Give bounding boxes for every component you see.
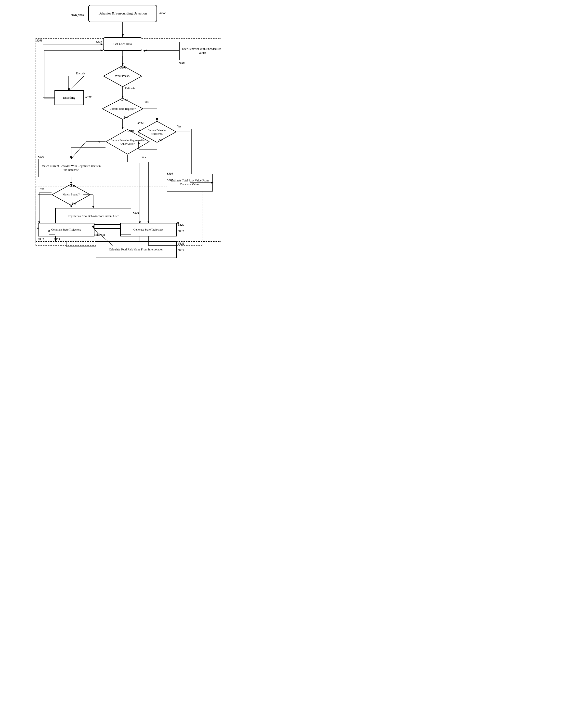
svg-marker-58 [122, 35, 124, 37]
label-s328: S328 [38, 155, 44, 159]
label-s330: S330 [69, 184, 75, 188]
label-s208: S208 [36, 39, 42, 43]
label-s210b: S210 [178, 230, 184, 233]
yes-label-1: Yes [144, 100, 148, 104]
get-user-data-box: Get User Data [103, 37, 142, 51]
label-s310: S310 [85, 95, 91, 99]
label-estimate: Estimate [125, 86, 136, 90]
label-s324: S324 [133, 211, 139, 215]
label-s212b: S212 [178, 248, 184, 252]
estimate-risk-box: Estimate Total Risk Value From Database … [167, 174, 213, 191]
yes-label-2: Yes [177, 125, 181, 128]
label-s320: S320 [178, 223, 184, 226]
label-s212a: S212 [167, 178, 173, 182]
label-s210a: S210 [38, 238, 44, 241]
svg-marker-1 [122, 34, 124, 37]
no-label-4: No [72, 202, 76, 206]
yes-label-3: Yes [142, 155, 146, 159]
flowchart-diagram: Behavior & Surrounding Detection S302 S2… [0, 0, 221, 280]
no-label-3: No [98, 140, 101, 144]
label-s316: S316 [167, 172, 173, 176]
match-current-behavior-box: Match Current Behavior With Registered U… [38, 159, 104, 177]
generate-state-traj1-box: Generate State Trajectory [38, 223, 94, 237]
label-encode: Encode [76, 72, 85, 75]
label-s302: S302 [160, 11, 166, 15]
no-label-2: No [159, 138, 162, 142]
label-s322: S322 [178, 242, 184, 245]
user-behavior-encoded-box: User Behavior With Encoded Risk Values [179, 42, 221, 60]
label-s332: S332 [54, 238, 60, 241]
label-s304: S304 [96, 40, 102, 44]
calculate-risk-box: Calculate Total Risk Value From Interpol… [96, 241, 177, 258]
label-s204-s206: S204,S206 [71, 14, 84, 17]
label-s318: S318 [127, 129, 134, 133]
label-s308: S308 [120, 66, 126, 70]
no-label-1: No [124, 115, 128, 119]
generate-state-traj2-box: Generate State Trajectory [120, 223, 177, 237]
label-s314: S314 [137, 122, 144, 125]
yes-label-4: Yes [40, 187, 44, 191]
behavior-detection-box: Behavior & Surrounding Detection [88, 5, 157, 22]
encoding-box: Encoding [54, 90, 84, 105]
label-s312: S312 [121, 98, 127, 102]
register-new-behavior-box: Register as New Behavior for Current Use… [55, 208, 131, 225]
label-s306: S306 [179, 61, 185, 65]
